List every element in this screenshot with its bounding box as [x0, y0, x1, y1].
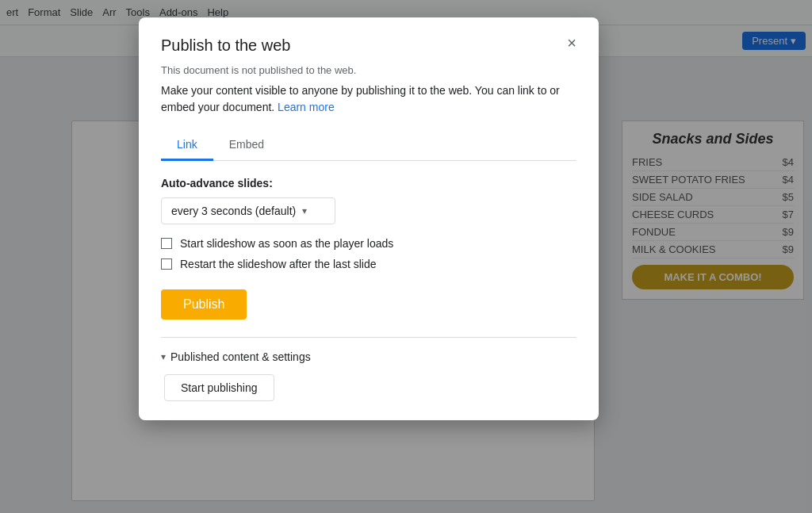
start-publishing-button[interactable]: Start publishing — [164, 374, 274, 401]
checkbox-start-slideshow-label: Start slideshow as soon as the player lo… — [180, 237, 393, 250]
dialog-close-button[interactable]: × — [567, 35, 576, 51]
checkbox-restart-slideshow[interactable]: Restart the slideshow after the last sli… — [161, 258, 576, 270]
auto-advance-value: every 3 seconds (default) — [171, 205, 296, 217]
checkbox-restart-slideshow-label: Restart the slideshow after the last sli… — [180, 258, 376, 270]
dialog-title: Publish to the web — [161, 36, 290, 55]
dialog-header: Publish to the web × — [161, 36, 576, 55]
tab-link[interactable]: Link — [161, 130, 213, 161]
learn-more-link[interactable]: Learn more — [278, 101, 335, 113]
chevron-down-icon: ▾ — [161, 351, 166, 362]
checkbox-restart-slideshow-box[interactable] — [161, 258, 172, 270]
publish-to-web-dialog: Publish to the web × This document is no… — [139, 17, 599, 420]
auto-advance-dropdown[interactable]: every 3 seconds (default) ▾ — [161, 197, 335, 224]
dialog-tabs: Link Embed — [161, 130, 576, 161]
checkbox-start-slideshow-box[interactable] — [161, 238, 172, 249]
dropdown-arrow-icon: ▾ — [302, 205, 307, 216]
checkbox-start-slideshow[interactable]: Start slideshow as soon as the player lo… — [161, 237, 576, 250]
dialog-description: Make your content visible to anyone by p… — [161, 82, 576, 116]
auto-advance-label: Auto-advance slides: — [161, 177, 576, 190]
not-published-text: This document is not published to the we… — [161, 64, 576, 76]
published-content-label: Published content & settings — [170, 350, 311, 363]
publish-button[interactable]: Publish — [161, 289, 247, 320]
description-text: Make your content visible to anyone by p… — [161, 84, 560, 113]
published-content-row[interactable]: ▾ Published content & settings — [161, 350, 576, 363]
tab-embed[interactable]: Embed — [213, 130, 280, 161]
dialog-divider — [161, 337, 576, 338]
